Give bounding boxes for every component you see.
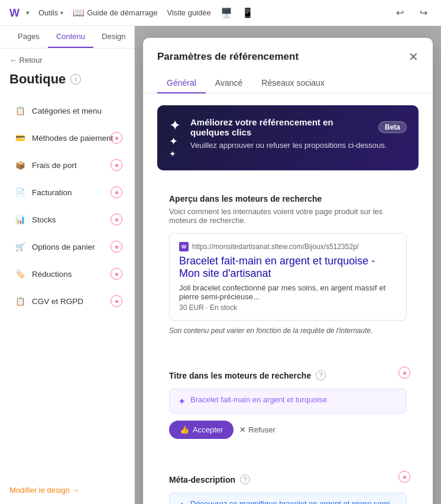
sidebar-item-facturation[interactable]: 📄 Facturation ★ xyxy=(5,179,129,205)
desktop-view-btn[interactable]: 🖥️ xyxy=(220,7,232,18)
sidebar-back-area: ← Retour xyxy=(0,49,134,72)
promo-banner: ✦✦✦ Améliorez votre référencement en que… xyxy=(157,105,419,170)
sidebar-item-label: Facturation xyxy=(32,188,120,197)
reductions-icon: 🏷️ xyxy=(14,268,26,280)
promo-content: Améliorez votre référencement en quelque… xyxy=(190,117,407,150)
panier-icon: 🛒 xyxy=(14,241,26,253)
meta-star-badge: ★ xyxy=(398,471,410,483)
tab-general[interactable]: Général xyxy=(157,73,206,93)
panier-badge: ★ xyxy=(111,241,122,253)
sidebar-item-cgv[interactable]: 📋 CGV et RGPD ★ xyxy=(5,288,129,314)
sidebar-item-label: Frais de port xyxy=(32,161,120,170)
visite-guidee-btn[interactable]: Visite guidée xyxy=(167,8,210,17)
preview-meta: 30 EUR · En stock xyxy=(179,303,397,312)
title-section: ★ Titre dans les moteurs de recherche ? … xyxy=(157,358,419,451)
title-action-buttons: 👍 Accepter ✕ Refuser xyxy=(169,421,407,439)
facturation-badge: ★ xyxy=(111,186,122,198)
title-star-badge: ★ xyxy=(398,367,410,379)
search-preview-box: W https://monsitedartisanat.sltew.com/Bi… xyxy=(169,233,407,321)
paiement-icon: 💳 xyxy=(14,132,26,144)
stocks-icon: 📊 xyxy=(14,214,26,225)
close-icon: ✕ xyxy=(239,425,246,434)
sidebar-page-title: Boutique xyxy=(9,72,66,87)
sidebar: Pages Contenu Design ← Retour Boutique i… xyxy=(0,26,135,504)
modal-body: ✦✦✦ Améliorez votre référencement en que… xyxy=(143,93,433,504)
beta-badge: Beta xyxy=(378,121,407,133)
topbar-actions: ↩ ↪ xyxy=(391,5,432,21)
preview-section: Aperçu dans les moteurs de recherche Voi… xyxy=(157,182,419,347)
sidebar-item-categories[interactable]: 📋 Catégories et menu xyxy=(5,98,129,124)
frais-badge: ★ xyxy=(111,159,122,171)
title-refuse-button[interactable]: ✕ Refuser xyxy=(239,425,275,434)
promo-desc: Veuillez approuver ou refuser les propos… xyxy=(190,141,407,150)
meta-section: ★ Méta-description ? ✦ Découvrez ce magn… xyxy=(157,463,419,504)
sidebar-item-panier[interactable]: 🛒 Options de panier ★ xyxy=(5,234,129,260)
stocks-badge: ★ xyxy=(111,214,122,225)
title-suggestion: ✦ Bracelet fait-main en argent et turquo… xyxy=(169,389,407,413)
frais-icon: 📦 xyxy=(14,159,26,171)
guide-demarrage-btn[interactable]: 📖 Guide de démarrage xyxy=(73,7,157,18)
logo-chevron: ▾ xyxy=(26,9,29,16)
sidebar-item-label: CGV et RGPD xyxy=(32,297,120,306)
meta-field-title: Méta-description xyxy=(169,475,235,484)
tab-avance[interactable]: Avancé xyxy=(206,73,252,93)
sidebar-tabs: Pages Contenu Design xyxy=(0,26,134,49)
sidebar-footer: Modifier le design → xyxy=(0,476,134,504)
tab-reseaux[interactable]: Réseaux sociaux xyxy=(252,73,334,93)
cgv-icon: 📋 xyxy=(14,295,26,307)
topbar: W ▾ Outils ▾ 📖 Guide de démarrage Visite… xyxy=(0,0,441,26)
sidebar-title-area: Boutique i xyxy=(0,72,134,96)
modal-header: Paramètres de référencement ✕ xyxy=(143,38,433,73)
seo-modal: Paramètres de référencement ✕ Général Av… xyxy=(143,38,433,504)
preview-link[interactable]: Bracelet fait-main en argent et turquois… xyxy=(179,255,397,280)
sidebar-item-frais[interactable]: 📦 Frais de port ★ xyxy=(5,152,129,178)
facturation-icon: 📄 xyxy=(14,186,26,198)
sidebar-item-label: Réductions xyxy=(32,270,120,279)
info-icon[interactable]: i xyxy=(70,74,81,85)
thumbs-up-icon: 👍 xyxy=(180,425,189,434)
content-area: Paramètres de référencement ✕ Général Av… xyxy=(135,26,441,504)
sidebar-item-label: Options de panier xyxy=(32,243,120,251)
reductions-badge: ★ xyxy=(111,268,122,280)
sidebar-item-label: Catégories et menu xyxy=(32,106,120,115)
sidebar-item-paiement[interactable]: 💳 Méthodes de paiement ★ xyxy=(5,125,129,151)
meta-field-header: Méta-description ? xyxy=(169,474,407,484)
tab-content[interactable]: Contenu xyxy=(48,26,93,48)
svg-text:W: W xyxy=(9,7,20,19)
modal-overlay: Paramètres de référencement ✕ Général Av… xyxy=(135,26,441,504)
title-accept-button[interactable]: 👍 Accepter xyxy=(169,421,234,439)
preview-section-title: Aperçu dans les moteurs de recherche xyxy=(169,194,407,203)
outils-menu[interactable]: Outils ▾ xyxy=(38,8,63,17)
promo-title: Améliorez votre référencement en quelque… xyxy=(190,117,407,137)
tab-design[interactable]: Design xyxy=(93,26,134,48)
modify-design-button[interactable]: Modifier le design → xyxy=(9,486,125,495)
preview-w-logo: W xyxy=(179,242,189,251)
sidebar-item-reductions[interactable]: 🏷️ Réductions ★ xyxy=(5,261,129,287)
back-button[interactable]: ← Retour xyxy=(9,49,43,72)
sidebar-item-stocks[interactable]: 📊 Stocks ★ xyxy=(5,206,129,232)
preview-note: Son contenu peut varier en fonction de l… xyxy=(169,327,407,335)
meta-help-icon[interactable]: ? xyxy=(240,474,250,484)
sidebar-item-label: Stocks xyxy=(32,215,120,224)
suggestion-sparkle-icon: ✦ xyxy=(178,396,186,407)
paiement-badge: ★ xyxy=(111,132,122,144)
title-field-title: Titre dans les moteurs de recherche xyxy=(169,371,311,380)
meta-suggestion: ✦ Découvrez ce magnifique bracelet en ar… xyxy=(169,493,407,504)
sidebar-nav: 📋 Catégories et menu 💳 Méthodes de paiem… xyxy=(0,96,134,476)
cgv-badge: ★ xyxy=(111,295,122,307)
preview-section-desc: Voici comment les internautes voient vot… xyxy=(169,207,407,225)
categories-icon: 📋 xyxy=(14,105,26,117)
undo-button[interactable]: ↩ xyxy=(391,5,408,21)
logo[interactable]: W ▾ xyxy=(9,6,29,20)
preview-url-line: W https://monsitedartisanat.sltew.com/Bi… xyxy=(179,242,397,251)
mobile-view-btn[interactable]: 📱 xyxy=(242,7,254,18)
redo-button[interactable]: ↪ xyxy=(415,5,432,21)
meta-sparkle-icon: ✦ xyxy=(178,500,186,504)
sidebar-item-label: Méthodes de paiement xyxy=(32,134,120,143)
title-field-header: Titre dans les moteurs de recherche ? xyxy=(169,370,407,380)
title-help-icon[interactable]: ? xyxy=(316,370,326,380)
modal-tabs: Général Avancé Réseaux sociaux xyxy=(143,73,433,93)
modal-close-button[interactable]: ✕ xyxy=(408,50,419,64)
tab-pages[interactable]: Pages xyxy=(9,26,48,48)
preview-snippet: Joli bracelet confectionné par mes soins… xyxy=(179,283,397,301)
